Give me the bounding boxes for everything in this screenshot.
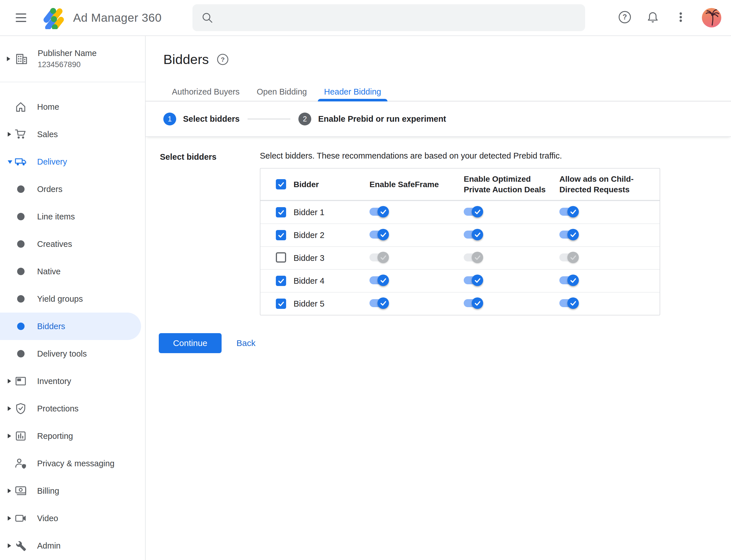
bullet-icon bbox=[17, 268, 25, 275]
bidders-table: BidderEnable SafeFrameEnable Optimized P… bbox=[260, 168, 660, 315]
column-header-child-directed: Allow ads on Child-Directed Requests bbox=[559, 174, 645, 195]
search-bar[interactable] bbox=[193, 4, 585, 31]
table-header-row: BidderEnable SafeFrameEnable Optimized P… bbox=[261, 169, 660, 201]
toggle-thumb bbox=[472, 206, 483, 217]
sidebar-item-label: Yield groups bbox=[37, 294, 83, 304]
bar-chart-icon bbox=[14, 430, 27, 443]
bidder-name: Bidder 2 bbox=[294, 231, 369, 240]
menu-hamburger-icon[interactable] bbox=[16, 13, 26, 22]
wrench-icon bbox=[14, 539, 27, 552]
sidebar-item-line-items[interactable]: Line items bbox=[0, 203, 145, 230]
toggle-allow-child-directed[interactable] bbox=[559, 229, 579, 240]
toggle-enable-optimized-deals[interactable] bbox=[464, 297, 483, 309]
continue-button[interactable]: Continue bbox=[159, 333, 222, 353]
tab-authorized-buyers[interactable]: Authorized Buyers bbox=[163, 83, 248, 101]
top-actions: ? bbox=[618, 8, 731, 27]
column-header-bidder: Bidder bbox=[294, 179, 369, 190]
search-icon bbox=[201, 11, 214, 24]
publisher-id: 1234567890 bbox=[38, 60, 97, 69]
notifications-button[interactable] bbox=[646, 11, 660, 25]
toggle-enable-optimized-deals[interactable] bbox=[464, 252, 483, 263]
sidebar-item-yield-groups[interactable]: Yield groups bbox=[0, 285, 145, 313]
search-input[interactable] bbox=[221, 13, 576, 23]
sidebar-item-label: Delivery tools bbox=[37, 349, 87, 359]
toggle-enable-safeframe[interactable] bbox=[369, 229, 389, 240]
sidebar-item-video[interactable]: Video bbox=[0, 505, 145, 532]
sidebar-item-bidders[interactable]: Bidders bbox=[0, 313, 145, 340]
bell-icon bbox=[646, 11, 659, 25]
toggle-allow-child-directed[interactable] bbox=[559, 297, 579, 309]
select-all-checkbox[interactable] bbox=[276, 179, 286, 189]
sidebar-item-delivery-tools[interactable]: Delivery tools bbox=[0, 340, 145, 367]
publisher-name: Publisher Name bbox=[38, 49, 97, 58]
sidebar-item-reporting[interactable]: Reporting bbox=[0, 422, 145, 450]
publisher-selector[interactable]: Publisher Name 1234567890 bbox=[0, 36, 145, 82]
toggle-allow-child-directed[interactable] bbox=[559, 275, 579, 286]
avatar[interactable] bbox=[702, 8, 721, 27]
toggle-allow-child-directed[interactable] bbox=[559, 206, 579, 217]
sidebar-item-label: Billing bbox=[37, 486, 59, 496]
page-title: Bidders bbox=[163, 51, 209, 67]
back-button[interactable]: Back bbox=[237, 338, 256, 348]
app-name: Ad Manager 360 bbox=[73, 11, 162, 25]
toggle-enable-safeframe[interactable] bbox=[369, 252, 389, 263]
stepper: 1Select bidders2Enable Prebid or run exp… bbox=[146, 101, 731, 137]
tab-open-bidding[interactable]: Open Bidding bbox=[248, 83, 316, 101]
cart-icon bbox=[14, 128, 27, 141]
page-help-icon[interactable]: ? bbox=[217, 53, 229, 65]
bullet-icon bbox=[17, 185, 25, 193]
toggle-enable-optimized-deals[interactable] bbox=[464, 275, 483, 286]
row-checkbox[interactable] bbox=[276, 252, 286, 263]
toggle-thumb bbox=[377, 297, 389, 309]
toggle-thumb bbox=[567, 275, 579, 286]
row-checkbox[interactable] bbox=[276, 299, 286, 309]
toggle-enable-safeframe[interactable] bbox=[369, 206, 389, 217]
sidebar-item-label: Creatives bbox=[37, 239, 72, 249]
toggle-enable-optimized-deals[interactable] bbox=[464, 206, 483, 217]
bullet-icon bbox=[17, 295, 25, 303]
caret-right-icon bbox=[7, 57, 10, 61]
help-button[interactable]: ? bbox=[618, 11, 632, 25]
toggle-thumb bbox=[472, 297, 483, 309]
toggle-enable-optimized-deals[interactable] bbox=[464, 229, 483, 240]
more-options-button[interactable] bbox=[674, 11, 688, 25]
step-2[interactable]: 2Enable Prebid or run experiment bbox=[299, 113, 446, 125]
sidebar-item-sales[interactable]: Sales bbox=[0, 121, 145, 148]
toggle-thumb bbox=[567, 206, 579, 217]
description-text: Select bidders. These recommendations ar… bbox=[260, 151, 731, 161]
sidebar-item-privacy-messaging[interactable]: Privacy & messaging bbox=[0, 450, 145, 477]
toggle-enable-safeframe[interactable] bbox=[369, 275, 389, 286]
bidder-name: Bidder 3 bbox=[294, 253, 369, 263]
bidder-name: Bidder 5 bbox=[294, 299, 369, 309]
sidebar-item-label: Admin bbox=[37, 541, 61, 551]
step-number-badge: 1 bbox=[163, 113, 176, 125]
section-label: Select bidders bbox=[160, 151, 260, 315]
toggle-thumb bbox=[567, 252, 579, 263]
help-icon: ? bbox=[618, 11, 631, 25]
step-1[interactable]: 1Select bidders bbox=[163, 113, 240, 125]
shield-check-icon bbox=[14, 402, 27, 415]
sidebar-item-admin[interactable]: Admin bbox=[0, 532, 145, 559]
sidebar-item-protections[interactable]: Protections bbox=[0, 395, 145, 422]
toggle-thumb bbox=[472, 275, 483, 286]
row-checkbox[interactable] bbox=[276, 230, 286, 240]
row-checkbox[interactable] bbox=[276, 207, 286, 217]
sidebar-item-inventory[interactable]: Inventory bbox=[0, 367, 145, 395]
toggle-thumb bbox=[567, 229, 579, 240]
sidebar-item-orders[interactable]: Orders bbox=[0, 175, 145, 203]
sidebar-item-delivery[interactable]: Delivery bbox=[0, 148, 145, 175]
sidebar-item-billing[interactable]: Billing bbox=[0, 477, 145, 505]
step-connector bbox=[248, 119, 291, 119]
sidebar-item-label: Bidders bbox=[37, 322, 65, 331]
tab-header-bidding[interactable]: Header Bidding bbox=[316, 83, 390, 101]
sidebar-item-label: Privacy & messaging bbox=[37, 459, 115, 468]
sidebar-item-home[interactable]: Home bbox=[0, 93, 145, 121]
toggle-allow-child-directed[interactable] bbox=[559, 252, 579, 263]
sidebar-item-native[interactable]: Native bbox=[0, 258, 145, 285]
truck-icon bbox=[14, 155, 27, 168]
row-checkbox[interactable] bbox=[276, 276, 286, 286]
caret-right-icon bbox=[8, 489, 11, 493]
sidebar-item-creatives[interactable]: Creatives bbox=[0, 230, 145, 258]
toggle-enable-safeframe[interactable] bbox=[369, 297, 389, 309]
bullet-icon bbox=[17, 240, 25, 248]
